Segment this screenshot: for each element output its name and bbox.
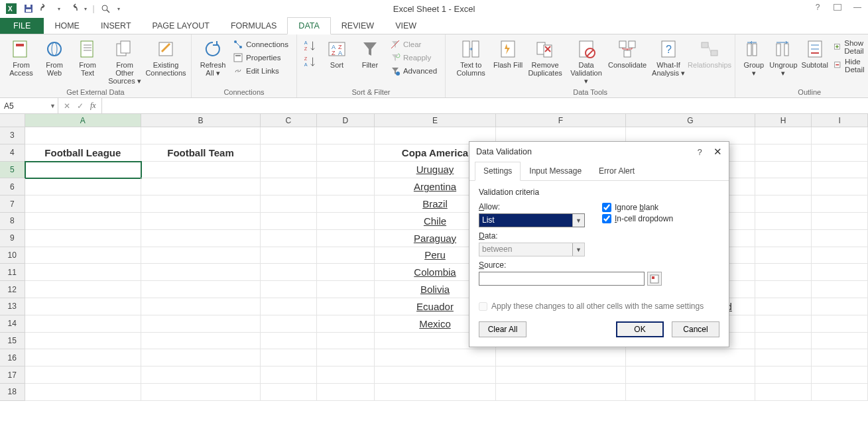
- cell-C14[interactable]: [261, 315, 317, 333]
- qat-customize-icon[interactable]: ▾: [115, 1, 122, 16]
- row-header-6[interactable]: 6: [0, 178, 25, 196]
- row-header-9[interactable]: 9: [0, 230, 25, 247]
- cell-A7[interactable]: [25, 196, 142, 213]
- cell-D12[interactable]: [317, 281, 375, 298]
- minimize-icon[interactable]: —: [852, 3, 863, 12]
- tab-review[interactable]: REVIEW: [331, 18, 385, 34]
- cell-A18[interactable]: [25, 384, 142, 401]
- cell-I4[interactable]: [812, 144, 868, 162]
- cell-C8[interactable]: [261, 213, 317, 230]
- cell-E17[interactable]: [375, 366, 497, 384]
- cell-D7[interactable]: [317, 196, 375, 213]
- cell-B8[interactable]: [141, 213, 261, 230]
- col-header-D[interactable]: D: [317, 114, 375, 127]
- print-preview-icon[interactable]: [98, 1, 113, 16]
- cell-D9[interactable]: [317, 230, 375, 247]
- chevron-down-icon[interactable]: ▼: [572, 214, 584, 227]
- cell-F16[interactable]: [496, 349, 625, 366]
- cell-C7[interactable]: [261, 196, 317, 213]
- cell-A13[interactable]: [25, 298, 142, 315]
- existing-connections-button[interactable]: Existing Connections: [146, 37, 186, 78]
- relationships-button[interactable]: Relationships: [690, 37, 729, 70]
- cell-D18[interactable]: [317, 384, 375, 401]
- cell-H3[interactable]: [755, 127, 812, 144]
- cell-H11[interactable]: [755, 264, 812, 281]
- cell-A6[interactable]: [25, 178, 142, 196]
- cell-D14[interactable]: [317, 315, 375, 333]
- save-icon[interactable]: [21, 1, 36, 16]
- source-input[interactable]: [479, 272, 645, 286]
- cell-D8[interactable]: [317, 213, 375, 230]
- cell-I9[interactable]: [812, 230, 868, 247]
- ok-button[interactable]: OK: [616, 321, 664, 337]
- cell-I6[interactable]: [812, 178, 868, 196]
- name-box[interactable]: A5▼: [0, 98, 58, 113]
- col-header-C[interactable]: C: [261, 114, 317, 127]
- ignore-blank-checkbox[interactable]: Ignore blank: [602, 203, 673, 212]
- cell-B9[interactable]: [141, 230, 261, 247]
- row-header-15[interactable]: 15: [0, 333, 25, 350]
- fx-icon[interactable]: fx: [90, 101, 96, 111]
- cell-A15[interactable]: [25, 333, 142, 350]
- tab-data[interactable]: DATA: [287, 17, 330, 34]
- cell-D17[interactable]: [317, 366, 375, 384]
- cell-F17[interactable]: [496, 366, 625, 384]
- consolidate-button[interactable]: Consolidate: [607, 37, 647, 70]
- cell-G16[interactable]: [626, 349, 755, 366]
- grid[interactable]: A B C D E F G H I 34Football LeagueFootb…: [0, 114, 868, 401]
- cell-C17[interactable]: [261, 366, 317, 384]
- cell-H18[interactable]: [755, 384, 812, 401]
- edit-links-button[interactable]: Edit Links: [230, 65, 291, 77]
- cell-A4[interactable]: Football League: [25, 144, 142, 162]
- tab-view[interactable]: VIEW: [385, 18, 427, 34]
- cell-A10[interactable]: [25, 247, 142, 264]
- row-header-8[interactable]: 8: [0, 213, 25, 230]
- cell-A8[interactable]: [25, 213, 142, 230]
- cell-C9[interactable]: [261, 230, 317, 247]
- row-header-7[interactable]: 7: [0, 196, 25, 213]
- select-all-corner[interactable]: [0, 114, 25, 127]
- cell-I5[interactable]: [812, 162, 868, 179]
- cell-I16[interactable]: [812, 349, 868, 366]
- cell-I14[interactable]: [812, 315, 868, 333]
- col-header-B[interactable]: B: [141, 114, 261, 127]
- cell-A3[interactable]: [25, 127, 142, 144]
- name-box-dropdown-icon[interactable]: ▼: [50, 103, 56, 109]
- cell-D16[interactable]: [317, 349, 375, 366]
- cell-H7[interactable]: [755, 196, 812, 213]
- reapply-button[interactable]: Reapply: [387, 52, 440, 64]
- cell-A11[interactable]: [25, 264, 142, 281]
- cell-D4[interactable]: [317, 144, 375, 162]
- dialog-tab-input[interactable]: Input Message: [521, 162, 590, 180]
- sort-button[interactable]: AZZASort: [321, 37, 353, 70]
- cell-G17[interactable]: [626, 366, 755, 384]
- dialog-tab-settings[interactable]: Settings: [475, 162, 521, 181]
- dialog-tab-error[interactable]: Error Alert: [590, 162, 643, 180]
- range-selector-icon[interactable]: [647, 272, 662, 286]
- cell-B12[interactable]: [141, 281, 261, 298]
- row-header-14[interactable]: 14: [0, 315, 25, 333]
- cell-I12[interactable]: [812, 281, 868, 298]
- cell-I13[interactable]: [812, 298, 868, 315]
- flash-fill-button[interactable]: Flash Fill: [492, 37, 524, 70]
- tab-file[interactable]: FILE: [0, 18, 44, 34]
- row-header-5[interactable]: 5: [0, 162, 25, 179]
- dialog-close-icon[interactable]: ✕: [713, 146, 722, 157]
- cell-B16[interactable]: [141, 349, 261, 366]
- col-header-G[interactable]: G: [626, 114, 755, 127]
- cell-I10[interactable]: [812, 247, 868, 264]
- from-access-button[interactable]: From Access: [5, 37, 37, 78]
- cell-H8[interactable]: [755, 213, 812, 230]
- row-header-4[interactable]: 4: [0, 144, 25, 162]
- in-cell-dropdown-checkbox[interactable]: In-cell dropdown: [602, 214, 673, 223]
- cancel-button[interactable]: Cancel: [672, 321, 719, 337]
- cell-H10[interactable]: [755, 247, 812, 264]
- tab-pagelayout[interactable]: PAGE LAYOUT: [142, 18, 220, 34]
- cell-B7[interactable]: [141, 196, 261, 213]
- cell-H9[interactable]: [755, 230, 812, 247]
- cell-I7[interactable]: [812, 196, 868, 213]
- cell-B5[interactable]: [141, 162, 261, 179]
- properties-button[interactable]: Properties: [230, 52, 291, 64]
- cell-B4[interactable]: Football Team: [141, 144, 261, 162]
- cell-C16[interactable]: [261, 349, 317, 366]
